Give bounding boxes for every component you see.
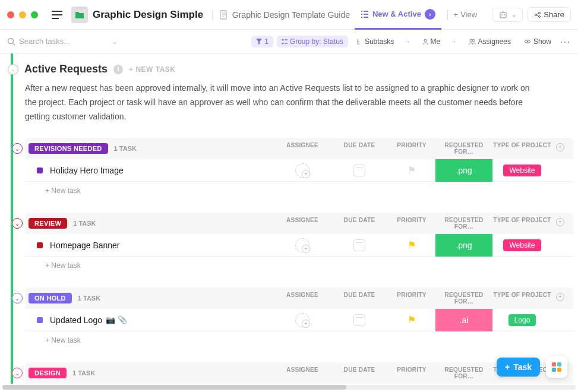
new-task-row[interactable]: + New task	[25, 257, 573, 274]
task-count: 1 TASK	[72, 369, 95, 377]
flag-icon: ⚑	[408, 165, 416, 176]
new-task-row[interactable]: + New task	[25, 331, 573, 349]
col-type[interactable]: TYPE OF PROJECT	[492, 142, 552, 155]
due-date-cell[interactable]	[331, 159, 388, 182]
share-label: Share	[544, 10, 564, 19]
minimize-window-icon[interactable]	[19, 11, 26, 18]
col-due-date[interactable]: DUE DATE	[331, 292, 388, 305]
col-format[interactable]: REQUESTED FOR…	[435, 292, 492, 305]
assignees-chip[interactable]: Assignees	[464, 36, 516, 48]
due-date-cell[interactable]	[331, 234, 388, 257]
format-cell[interactable]: .png	[435, 159, 492, 182]
new-task-row[interactable]: + New task	[25, 182, 573, 200]
scrollbar-thumb[interactable]	[2, 385, 346, 390]
group-collapse-button[interactable]: ⌄	[12, 293, 23, 304]
priority-cell[interactable]: ⚑	[388, 159, 435, 182]
svg-point-9	[282, 42, 283, 44]
maximize-window-icon[interactable]	[31, 11, 38, 18]
type-cell[interactable]: Website	[492, 159, 552, 182]
main-menu-button[interactable]	[48, 5, 67, 24]
svg-point-8	[282, 39, 283, 40]
format-cell[interactable]: .ai	[435, 309, 492, 331]
new-task-fab[interactable]: + Task	[497, 358, 540, 377]
automation-button[interactable]: ⌄	[492, 8, 523, 22]
col-format[interactable]: REQUESTED FOR…	[435, 366, 492, 380]
people-icon	[469, 39, 476, 45]
priority-cell[interactable]: ⚑	[388, 309, 435, 331]
task-title[interactable]: Updated Logo	[50, 315, 102, 325]
tab-expand-icon[interactable]: ›	[425, 9, 435, 20]
add-view-button[interactable]: + View	[454, 10, 478, 19]
type-cell[interactable]: Logo	[492, 309, 552, 331]
groupby-chip[interactable]: Group by: Status	[277, 36, 348, 48]
status-badge[interactable]: ON HOLD	[29, 293, 72, 304]
active-tab[interactable]: New & Active ›	[355, 0, 441, 30]
col-assignee[interactable]: ASSIGNEE	[274, 292, 331, 305]
status-group: ⌄ REVIEW 1 TASK ASSIGNEE DUE DATE PRIORI…	[25, 213, 573, 274]
status-square-icon[interactable]	[37, 242, 43, 248]
add-column-button[interactable]: +	[552, 292, 568, 305]
flag-icon: ⚑	[408, 239, 416, 251]
search[interactable]: ⌄	[7, 37, 138, 46]
col-priority[interactable]: PRIORITY	[388, 292, 435, 305]
status-square-icon[interactable]	[37, 167, 43, 173]
share-button[interactable]: Share	[528, 7, 571, 22]
col-due-date[interactable]: DUE DATE	[331, 217, 388, 230]
subtasks-chip[interactable]: Subtasks	[352, 36, 399, 48]
col-assignee[interactable]: ASSIGNEE	[274, 142, 331, 155]
col-type[interactable]: TYPE OF PROJECT	[492, 292, 552, 305]
assignee-cell[interactable]	[274, 159, 331, 182]
type-cell[interactable]: Website	[492, 234, 552, 257]
task-title[interactable]: Homepage Banner	[50, 241, 120, 250]
section-collapse-button[interactable]: ⌄	[8, 64, 18, 75]
show-chip[interactable]: Show	[519, 36, 556, 48]
search-input[interactable]	[19, 37, 108, 46]
col-assignee[interactable]: ASSIGNEE	[274, 366, 331, 380]
close-window-icon[interactable]	[7, 11, 14, 18]
task-row[interactable]: Holiday Hero Image ⚑ .png Website	[25, 159, 573, 182]
col-type[interactable]: TYPE OF PROJECT	[492, 217, 552, 230]
col-due-date[interactable]: DUE DATE	[331, 366, 388, 380]
group-collapse-button[interactable]: ⌄	[12, 143, 23, 154]
apps-fab[interactable]	[546, 356, 567, 378]
status-badge[interactable]: DESIGN	[29, 368, 67, 378]
section-title[interactable]: Active Requests	[24, 63, 108, 75]
due-date-cell[interactable]	[331, 309, 388, 331]
status-badge[interactable]: REVISIONS NEEDED	[29, 143, 108, 154]
calendar-icon	[353, 165, 365, 176]
status-square-icon[interactable]	[37, 317, 43, 323]
assignee-cell[interactable]	[274, 234, 331, 257]
me-chip[interactable]: Me	[418, 36, 446, 48]
filter-chip[interactable]: 1	[251, 36, 273, 48]
group-collapse-button[interactable]: ⌄	[12, 218, 23, 229]
col-due-date[interactable]: DUE DATE	[331, 142, 388, 155]
status-badge[interactable]: REVIEW	[29, 218, 67, 229]
svg-point-12	[472, 39, 475, 42]
col-priority[interactable]: PRIORITY	[388, 142, 435, 155]
attachments-icons[interactable]: 📷 📎	[106, 315, 127, 324]
task-columns: ⚑ .png Website	[274, 234, 568, 257]
more-options-button[interactable]: ⋯	[560, 35, 571, 48]
svg-point-3	[504, 14, 505, 15]
col-priority[interactable]: PRIORITY	[388, 366, 435, 380]
priority-cell[interactable]: ⚑	[388, 234, 435, 257]
col-format[interactable]: REQUESTED FOR…	[435, 142, 492, 155]
info-icon[interactable]: i	[113, 65, 123, 74]
format-cell[interactable]: .png	[435, 234, 492, 257]
group-collapse-button[interactable]: ⌄	[12, 368, 23, 378]
task-row[interactable]: Updated Logo 📷 📎 ⚑ .ai Logo	[25, 309, 573, 331]
col-format[interactable]: REQUESTED FOR…	[435, 217, 492, 230]
space-title[interactable]: Graphic Design Simple	[93, 9, 203, 21]
add-column-button[interactable]: +	[552, 217, 568, 230]
template-guide-tab[interactable]: Graphic Design Template Guide	[219, 10, 350, 20]
chevron-down-icon[interactable]: ⌄	[112, 37, 118, 46]
horizontal-scrollbar[interactable]	[2, 385, 576, 390]
space-folder-icon[interactable]	[71, 7, 88, 23]
task-row[interactable]: Homepage Banner ⚑ .png Website	[25, 234, 573, 257]
new-task-button[interactable]: + NEW TASK	[129, 65, 175, 74]
assignee-cell[interactable]	[274, 309, 331, 331]
add-column-button[interactable]: +	[552, 142, 568, 155]
task-title[interactable]: Holiday Hero Image	[50, 166, 124, 175]
col-assignee[interactable]: ASSIGNEE	[274, 217, 331, 230]
col-priority[interactable]: PRIORITY	[388, 217, 435, 230]
